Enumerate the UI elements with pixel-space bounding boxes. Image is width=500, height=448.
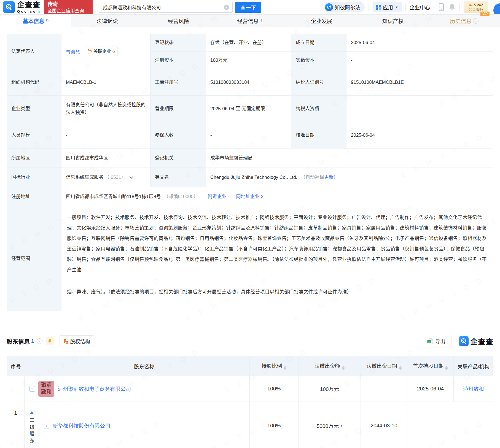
excel-icon: X	[427, 338, 433, 344]
value-reg-authority: 成华市场监督管理局	[206, 149, 493, 168]
clear-search-icon[interactable]: ×	[224, 5, 229, 10]
value-reg-address: 四川省成都市成华区青城山路118号1栋1层8号 （邮编610000） 附近企业 …	[61, 187, 493, 206]
sub-row-control-cell: 二级股东	[25, 401, 39, 448]
industry-name: 信息系统集成服务	[66, 175, 103, 180]
value-staff-size: -	[61, 122, 150, 149]
chevron-down-icon[interactable]	[129, 176, 133, 179]
header-actions: Ci 知彼阿尔法 应用 ▼ 企业中心	[324, 0, 500, 14]
tab-basic-info[interactable]: 基本信息 9	[0, 15, 71, 27]
shareholder-company-link[interactable]: 泸州聚酒致和电子商务有限公司	[58, 385, 131, 392]
crown-icon	[469, 3, 473, 7]
col-pay-date-label: 认缴出资日期	[367, 363, 397, 369]
qcc-watermark-text: 企查查	[470, 336, 493, 347]
enterprise-center-link[interactable]: 企业中心	[410, 4, 430, 11]
label-legal-rep: 法定代表人	[7, 34, 61, 69]
chevron-right-icon[interactable]: ›	[340, 422, 342, 429]
cell-amount: 5000万元›	[299, 401, 361, 448]
tab-company-development[interactable]: 企业发展	[286, 15, 357, 27]
zhibi-alpha-icon: Ci	[325, 3, 333, 11]
monitor-bell-icon[interactable]	[46, 337, 54, 345]
translate-update-link[interactable]: 更新	[324, 175, 334, 180]
tab-legal-litigation[interactable]: 法律诉讼	[71, 15, 143, 27]
shareholder-level-tag: 二级股东	[28, 417, 35, 445]
value-english-name: Chengdu Jujiu Zhihe Technology Co., Ltd.…	[206, 168, 493, 187]
label-company-type: 企业类型	[7, 96, 61, 122]
qcc-watermark-logo: 企查查	[459, 336, 493, 347]
translate-note-close: ）	[334, 175, 338, 180]
shareholders-section-header: 股东信息 1 i 股权结构 X 导出	[7, 334, 493, 348]
avatar-text: 致和	[41, 389, 52, 396]
col-subscribed-amount[interactable]: 认缴出资额	[299, 356, 361, 376]
equity-structure-button[interactable]: 股权结构	[60, 335, 94, 347]
mobile-app-icon[interactable]	[438, 3, 445, 12]
related-companies-badge[interactable]: 关联企业 6	[85, 47, 118, 56]
tab-label: 经营信息	[237, 17, 259, 25]
address-text: 四川省成都市成华区青城山路118号1栋1层8号	[66, 194, 161, 199]
label-taxpayer-quality: 纳税人资质	[291, 96, 346, 122]
col-ratio[interactable]: 持股比例	[250, 356, 299, 376]
label-region: 所属地区	[7, 149, 61, 168]
cell-ratio: 100%	[250, 401, 299, 448]
cell-pay-date: -	[361, 376, 407, 401]
shareholder-avatar: 聚酒 致和	[38, 381, 54, 397]
vip-chip: VIP	[480, 12, 490, 16]
legal-rep-link[interactable]: 曾海慧	[66, 50, 80, 55]
english-name: Chengdu Jujiu Zhihe Technology Co., Ltd.	[210, 175, 297, 180]
zhibi-alpha-label: 知彼阿尔法	[335, 4, 361, 11]
related-product-link[interactable]: 泸州致和	[463, 386, 484, 392]
col-subscribed-date[interactable]: 认缴出资日期	[361, 356, 407, 376]
value-insured-count: -	[206, 122, 291, 149]
divider	[405, 4, 406, 11]
cell-related: 泸州致和	[454, 376, 493, 401]
tab-intellectual-property[interactable]: 知识产权	[357, 15, 429, 27]
export-button[interactable]: X 导出	[421, 335, 451, 347]
tab-operating-info[interactable]: 经营信息 1	[214, 15, 286, 27]
label-reg-authority: 登记机关	[150, 149, 206, 168]
label-paid-capital: 实缴资本	[291, 52, 346, 69]
notifications-bell-icon[interactable]	[448, 3, 456, 11]
divider	[369, 4, 369, 11]
search-input[interactable]	[102, 4, 224, 10]
label-insured-count: 参保人数	[150, 122, 206, 149]
divider	[434, 4, 434, 11]
label-reg-address: 注册地址	[7, 187, 61, 206]
sort-icon[interactable]	[284, 366, 286, 370]
collapse-arrow-icon[interactable]	[29, 411, 34, 414]
shareholder-company-link[interactable]: 新华都科技股份有限公司	[53, 422, 110, 429]
promo-line2: 全国企业信用查询	[47, 8, 89, 14]
tab-history-info[interactable]: VIP 历史信息 i	[429, 15, 500, 27]
info-circle-icon[interactable]: i	[473, 18, 479, 24]
value-region: 四川省成都市成华区	[61, 149, 150, 168]
qcc-logo[interactable]: 企查查 Qcc.com	[0, 0, 41, 14]
search-box: ×	[99, 2, 233, 13]
zhibi-alpha-link[interactable]: Ci 知彼阿尔法	[324, 2, 365, 12]
nearby-companies-link[interactable]: 附近企业	[208, 194, 227, 199]
value-industry: 信息系统集成服务 （I6531）	[61, 168, 150, 187]
sort-icon[interactable]	[342, 366, 345, 370]
sort-icon[interactable]	[399, 366, 402, 370]
col-first-hold-date[interactable]: 首次持股日期	[407, 356, 454, 376]
industry-code: （I6531）	[105, 175, 126, 180]
tab-count: 9	[46, 18, 49, 24]
shareholder-row: 1 − 聚酒 致和 泸州聚酒致和电子商务有限公司 100% 100万元 - 20…	[7, 376, 493, 401]
col-first-date-label: 首次持股日期	[413, 363, 443, 369]
related-companies-label: 关联企业	[93, 48, 111, 55]
search-button[interactable]: 查一下	[235, 2, 261, 13]
tab-operating-risk[interactable]: 经营风险	[143, 15, 214, 27]
tab-label: 基本信息	[23, 17, 44, 25]
label-org-code: 组织机构代码	[7, 69, 61, 96]
cell-first-date: 2025-06-04	[407, 376, 454, 401]
label-business-scope: 经营范围	[7, 206, 61, 311]
qcc-logo-icon	[459, 336, 469, 346]
collapse-button[interactable]: −	[29, 386, 35, 392]
amount-text: 5000万元	[317, 423, 339, 429]
apps-menu[interactable]: 应用 ▼	[373, 2, 402, 12]
shareholders-table-header: 序号 股东名称 持股比例 认缴出资额 认缴出资日期 首次持股日期 关联产品/机构	[7, 356, 493, 376]
label-industry: 国标行业	[7, 168, 61, 187]
row-seq: 1	[7, 376, 25, 448]
same-address-companies-link[interactable]: 同地址企业 2	[236, 194, 263, 199]
info-circle-icon[interactable]: i	[37, 338, 42, 344]
sort-icon[interactable]	[445, 366, 448, 370]
expand-button[interactable]: +	[44, 423, 49, 428]
label-taxpayer-id: 纳税人识别号	[291, 69, 346, 96]
